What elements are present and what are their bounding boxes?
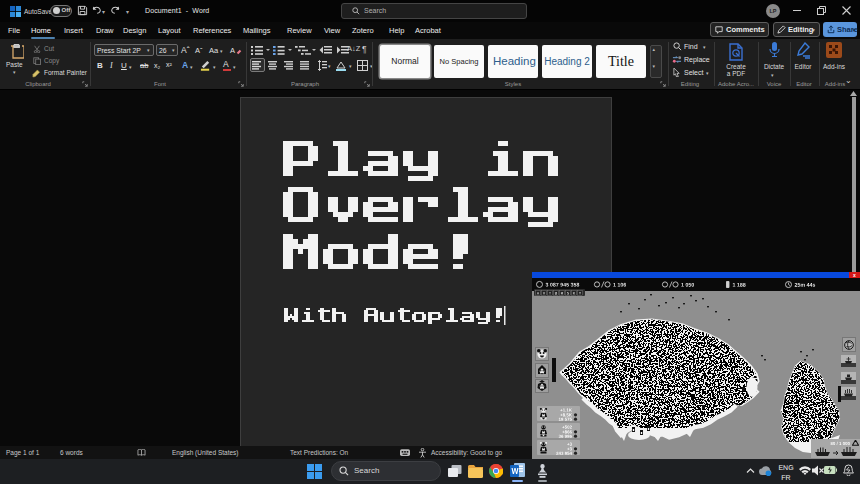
svg-text:ENG: ENG — [778, 465, 793, 472]
svg-text:FR: FR — [781, 475, 790, 482]
